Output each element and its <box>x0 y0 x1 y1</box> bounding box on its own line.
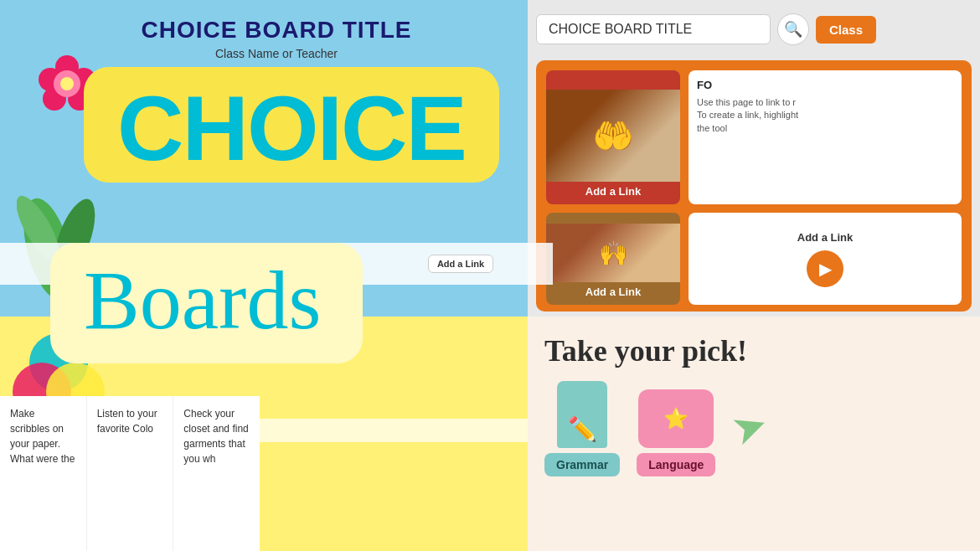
class-name-subtitle: Class Name or Teacher <box>215 47 338 60</box>
orange-info-panel: FO Use this page to link to rTo create a… <box>689 70 962 204</box>
main-container: CHOICE BOARD TITLE Class Name or Teacher <box>0 0 980 551</box>
overlay-choice-card: CHOICE <box>84 67 499 183</box>
language-label[interactable]: Language <box>637 453 715 476</box>
text-cell-2: Listen to your favorite Colo <box>87 396 174 551</box>
overlay-boards-card: Boards <box>50 243 363 363</box>
star-icon: ⭐ <box>663 407 689 430</box>
hands-image: 🙌 <box>546 224 680 282</box>
pencil-cup-icon: ✏️ <box>557 381 607 448</box>
arrow-decoration: ➤ <box>725 399 775 456</box>
info-title: FO <box>697 79 953 91</box>
play-button[interactable]: ▶ <box>807 250 843 287</box>
choice-board-title-blue: CHOICE BOARD TITLE <box>142 17 412 44</box>
add-link-label-3: Add a Link <box>797 231 853 244</box>
text-cell-1: Make scribbles on your paper. What were … <box>0 396 87 551</box>
panel-bottom-right: Take your pick! ✏️ Grammar ⭐ Language ➤ <box>528 317 980 551</box>
info-text: Use this page to link to rTo create a li… <box>697 96 953 135</box>
take-your-pick-title: Take your pick! <box>544 333 963 368</box>
orange-cell-laptop[interactable]: 🤲 Add a Link <box>546 70 680 204</box>
boards-text: Boards <box>84 255 321 347</box>
orange-grid: 🤲 Add a Link FO Use this page to link to… <box>536 60 972 312</box>
add-link-label-1: Add a Link <box>585 185 641 198</box>
add-link-label-2: Add a Link <box>585 286 641 298</box>
search-icon: 🔍 <box>784 20 802 39</box>
choice-text: CHOICE <box>117 82 466 174</box>
grammar-label[interactable]: Grammar <box>544 453 620 476</box>
slides-search-input[interactable]: CHOICE BOARD TITLE <box>536 14 771 44</box>
svg-point-6 <box>60 77 74 90</box>
bottom-icons-row: ✏️ Grammar ⭐ Language ➤ <box>544 381 963 476</box>
text-cell-3: Check your closet and find garments that… <box>173 396 260 551</box>
slides-search-bar: CHOICE BOARD TITLE 🔍 Class <box>536 8 972 50</box>
chat-bubble-icon: ⭐ <box>638 389 714 448</box>
class-button[interactable]: Class <box>816 16 876 44</box>
add-link-strip-3[interactable]: Add a Link <box>428 255 493 273</box>
search-icon-circle[interactable]: 🔍 <box>777 13 809 45</box>
orange-link-panel[interactable]: Add a Link ▶ <box>689 213 962 305</box>
icon-card-language: ⭐ Language <box>637 389 715 476</box>
panel-top-right: CHOICE BOARD TITLE 🔍 Class 🤲 Add a Link … <box>528 0 980 327</box>
icon-card-grammar: ✏️ Grammar <box>544 381 620 476</box>
bottom-text-cells: Make scribbles on your paper. What were … <box>0 396 260 551</box>
laptop-image: 🤲 <box>546 90 680 182</box>
orange-cell-hands[interactable]: 🙌 Add a Link <box>546 213 680 305</box>
